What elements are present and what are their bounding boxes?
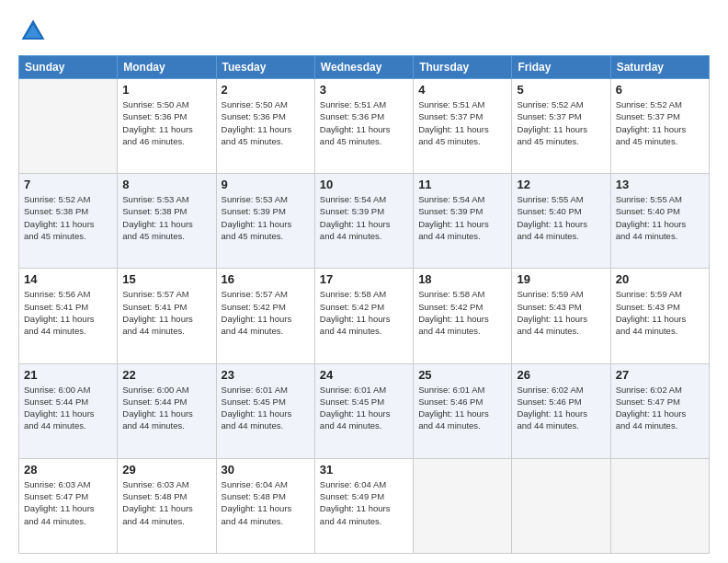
calendar-cell: 25Sunrise: 6:01 AMSunset: 5:46 PMDayligh… bbox=[414, 363, 512, 458]
day-number: 15 bbox=[122, 272, 210, 286]
calendar-week-row: 7Sunrise: 5:52 AMSunset: 5:38 PMDaylight… bbox=[19, 174, 710, 269]
day-number: 25 bbox=[418, 368, 506, 382]
calendar-cell: 9Sunrise: 5:53 AMSunset: 5:39 PMDaylight… bbox=[216, 174, 314, 269]
calendar-header-friday: Friday bbox=[512, 56, 610, 79]
day-number: 16 bbox=[222, 272, 310, 286]
page: SundayMondayTuesdayWednesdayThursdayFrid… bbox=[0, 0, 728, 563]
day-info: Sunrise: 5:50 AMSunset: 5:36 PMDaylight:… bbox=[122, 98, 210, 147]
day-info: Sunrise: 5:53 AMSunset: 5:39 PMDaylight:… bbox=[222, 193, 310, 242]
calendar-cell: 8Sunrise: 5:53 AMSunset: 5:38 PMDaylight… bbox=[118, 174, 216, 269]
day-number: 21 bbox=[24, 368, 112, 382]
calendar-cell: 7Sunrise: 5:52 AMSunset: 5:38 PMDaylight… bbox=[19, 174, 118, 269]
calendar-week-row: 21Sunrise: 6:00 AMSunset: 5:44 PMDayligh… bbox=[19, 363, 710, 458]
calendar-cell bbox=[19, 79, 118, 174]
day-number: 7 bbox=[24, 178, 112, 191]
day-number: 8 bbox=[122, 178, 210, 191]
calendar-header-monday: Monday bbox=[118, 56, 216, 79]
day-info: Sunrise: 5:55 AMSunset: 5:40 PMDaylight:… bbox=[616, 193, 704, 242]
day-info: Sunrise: 5:58 AMSunset: 5:42 PMDaylight:… bbox=[320, 288, 408, 337]
day-number: 29 bbox=[122, 463, 210, 477]
calendar-header-sunday: Sunday bbox=[19, 56, 118, 79]
calendar-cell bbox=[610, 458, 709, 553]
calendar-cell: 14Sunrise: 5:56 AMSunset: 5:41 PMDayligh… bbox=[19, 269, 118, 363]
day-info: Sunrise: 6:04 AMSunset: 5:49 PMDaylight:… bbox=[320, 478, 408, 527]
day-number: 26 bbox=[517, 368, 605, 382]
calendar-cell: 22Sunrise: 6:00 AMSunset: 5:44 PMDayligh… bbox=[118, 363, 216, 458]
calendar-cell: 16Sunrise: 5:57 AMSunset: 5:42 PMDayligh… bbox=[216, 269, 314, 363]
calendar-cell: 31Sunrise: 6:04 AMSunset: 5:49 PMDayligh… bbox=[314, 458, 413, 553]
calendar-cell: 2Sunrise: 5:50 AMSunset: 5:36 PMDaylight… bbox=[216, 79, 314, 174]
calendar-cell: 15Sunrise: 5:57 AMSunset: 5:41 PMDayligh… bbox=[118, 269, 216, 363]
day-number: 19 bbox=[517, 272, 605, 286]
day-info: Sunrise: 5:57 AMSunset: 5:42 PMDaylight:… bbox=[222, 288, 310, 337]
calendar-cell: 21Sunrise: 6:00 AMSunset: 5:44 PMDayligh… bbox=[19, 363, 118, 458]
calendar-cell: 1Sunrise: 5:50 AMSunset: 5:36 PMDaylight… bbox=[118, 79, 216, 174]
day-number: 23 bbox=[222, 368, 310, 382]
calendar-week-row: 1Sunrise: 5:50 AMSunset: 5:36 PMDaylight… bbox=[19, 79, 710, 174]
day-number: 31 bbox=[320, 463, 408, 477]
day-info: Sunrise: 5:52 AMSunset: 5:37 PMDaylight:… bbox=[517, 98, 605, 147]
calendar-cell: 4Sunrise: 5:51 AMSunset: 5:37 PMDaylight… bbox=[414, 79, 512, 174]
day-number: 20 bbox=[616, 272, 704, 286]
day-info: Sunrise: 5:56 AMSunset: 5:41 PMDaylight:… bbox=[24, 288, 112, 337]
calendar-cell: 13Sunrise: 5:55 AMSunset: 5:40 PMDayligh… bbox=[610, 174, 709, 269]
calendar-cell: 10Sunrise: 5:54 AMSunset: 5:39 PMDayligh… bbox=[314, 174, 413, 269]
day-info: Sunrise: 5:50 AMSunset: 5:36 PMDaylight:… bbox=[222, 98, 310, 147]
day-number: 22 bbox=[122, 368, 210, 382]
day-info: Sunrise: 5:59 AMSunset: 5:43 PMDaylight:… bbox=[517, 288, 605, 337]
day-number: 17 bbox=[320, 272, 408, 286]
day-info: Sunrise: 5:54 AMSunset: 5:39 PMDaylight:… bbox=[418, 193, 506, 242]
day-number: 3 bbox=[320, 83, 408, 97]
calendar-cell: 28Sunrise: 6:03 AMSunset: 5:47 PMDayligh… bbox=[19, 458, 118, 553]
calendar-cell: 26Sunrise: 6:02 AMSunset: 5:46 PMDayligh… bbox=[512, 363, 610, 458]
day-number: 30 bbox=[222, 463, 310, 477]
calendar-header-row: SundayMondayTuesdayWednesdayThursdayFrid… bbox=[19, 56, 710, 79]
calendar-cell: 5Sunrise: 5:52 AMSunset: 5:37 PMDaylight… bbox=[512, 79, 610, 174]
calendar-cell: 6Sunrise: 5:52 AMSunset: 5:37 PMDaylight… bbox=[610, 79, 709, 174]
calendar-cell: 17Sunrise: 5:58 AMSunset: 5:42 PMDayligh… bbox=[314, 269, 413, 363]
calendar-cell: 12Sunrise: 5:55 AMSunset: 5:40 PMDayligh… bbox=[512, 174, 610, 269]
day-number: 24 bbox=[320, 368, 408, 382]
day-info: Sunrise: 6:04 AMSunset: 5:48 PMDaylight:… bbox=[222, 478, 310, 527]
day-number: 12 bbox=[517, 178, 605, 191]
day-number: 11 bbox=[418, 178, 506, 191]
day-info: Sunrise: 6:00 AMSunset: 5:44 PMDaylight:… bbox=[122, 384, 210, 432]
day-number: 4 bbox=[418, 83, 506, 97]
calendar-cell: 3Sunrise: 5:51 AMSunset: 5:36 PMDaylight… bbox=[314, 79, 413, 174]
calendar-cell: 24Sunrise: 6:01 AMSunset: 5:45 PMDayligh… bbox=[314, 363, 413, 458]
day-info: Sunrise: 5:58 AMSunset: 5:42 PMDaylight:… bbox=[418, 288, 506, 337]
calendar-header-thursday: Thursday bbox=[414, 56, 512, 79]
day-info: Sunrise: 6:03 AMSunset: 5:47 PMDaylight:… bbox=[24, 478, 112, 527]
calendar-cell: 23Sunrise: 6:01 AMSunset: 5:45 PMDayligh… bbox=[216, 363, 314, 458]
day-info: Sunrise: 6:01 AMSunset: 5:45 PMDaylight:… bbox=[222, 384, 310, 432]
calendar-cell: 20Sunrise: 5:59 AMSunset: 5:43 PMDayligh… bbox=[610, 269, 709, 363]
calendar-cell bbox=[414, 458, 512, 553]
day-info: Sunrise: 6:02 AMSunset: 5:46 PMDaylight:… bbox=[517, 384, 605, 432]
day-number: 28 bbox=[24, 463, 112, 477]
day-number: 9 bbox=[222, 178, 310, 191]
day-info: Sunrise: 5:51 AMSunset: 5:36 PMDaylight:… bbox=[320, 98, 408, 147]
calendar-cell: 11Sunrise: 5:54 AMSunset: 5:39 PMDayligh… bbox=[414, 174, 512, 269]
day-number: 27 bbox=[616, 368, 704, 382]
day-info: Sunrise: 5:53 AMSunset: 5:38 PMDaylight:… bbox=[122, 193, 210, 242]
calendar-cell: 27Sunrise: 6:02 AMSunset: 5:47 PMDayligh… bbox=[610, 363, 709, 458]
calendar-cell: 19Sunrise: 5:59 AMSunset: 5:43 PMDayligh… bbox=[512, 269, 610, 363]
logo bbox=[18, 17, 51, 46]
day-number: 10 bbox=[320, 178, 408, 191]
day-info: Sunrise: 5:59 AMSunset: 5:43 PMDaylight:… bbox=[616, 288, 704, 337]
day-info: Sunrise: 5:52 AMSunset: 5:38 PMDaylight:… bbox=[24, 193, 112, 242]
day-info: Sunrise: 5:51 AMSunset: 5:37 PMDaylight:… bbox=[418, 98, 506, 147]
calendar-cell: 18Sunrise: 5:58 AMSunset: 5:42 PMDayligh… bbox=[414, 269, 512, 363]
day-number: 18 bbox=[418, 272, 506, 286]
day-number: 13 bbox=[616, 178, 704, 191]
calendar-header-saturday: Saturday bbox=[610, 56, 709, 79]
calendar-week-row: 28Sunrise: 6:03 AMSunset: 5:47 PMDayligh… bbox=[19, 458, 710, 553]
day-number: 14 bbox=[24, 272, 112, 286]
day-info: Sunrise: 5:54 AMSunset: 5:39 PMDaylight:… bbox=[320, 193, 408, 242]
day-info: Sunrise: 6:03 AMSunset: 5:48 PMDaylight:… bbox=[122, 478, 210, 527]
calendar-header-wednesday: Wednesday bbox=[314, 56, 413, 79]
calendar-header-tuesday: Tuesday bbox=[216, 56, 314, 79]
day-info: Sunrise: 5:57 AMSunset: 5:41 PMDaylight:… bbox=[122, 288, 210, 337]
day-info: Sunrise: 5:55 AMSunset: 5:40 PMDaylight:… bbox=[517, 193, 605, 242]
day-info: Sunrise: 5:52 AMSunset: 5:37 PMDaylight:… bbox=[616, 98, 704, 147]
